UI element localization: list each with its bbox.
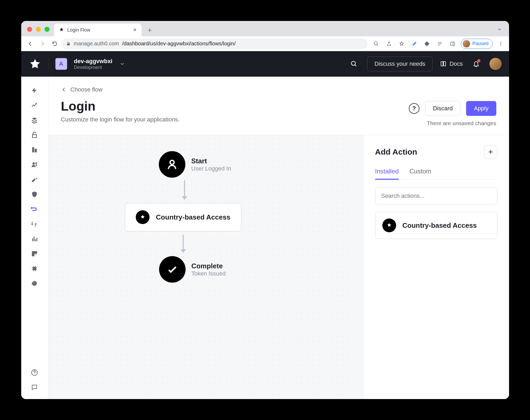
action-list-item[interactable]: Country-based Access <box>375 212 497 239</box>
panel-icon[interactable] <box>448 39 457 48</box>
reload-button[interactable] <box>49 38 60 49</box>
tab-strip: Login Flow ✕ + <box>21 21 509 36</box>
auth0-logo-icon[interactable] <box>29 58 41 70</box>
user-icon <box>159 151 185 178</box>
sidebar-item-activity[interactable] <box>28 99 41 112</box>
sidebar-item-feedback[interactable] <box>28 381 41 394</box>
flow-complete-node: Complete Token Issued <box>159 256 226 283</box>
sidebar-item-applications[interactable] <box>28 114 41 126</box>
reading-list-icon[interactable] <box>435 39 444 48</box>
check-icon <box>159 256 186 283</box>
forward-button[interactable] <box>37 38 48 49</box>
flow-action-label: Country-based Access <box>156 213 230 221</box>
apply-button[interactable]: Apply <box>466 101 496 116</box>
page-header-left: Choose flow Login Customize the login fl… <box>61 86 180 123</box>
back-button[interactable] <box>25 38 36 49</box>
page-header: Choose flow Login Customize the login fl… <box>48 77 509 135</box>
sidebar-item-auth-pipeline[interactable] <box>28 218 41 230</box>
tenant-initial: A <box>59 60 63 67</box>
sidebar-item-organizations[interactable] <box>28 143 41 156</box>
svg-point-10 <box>170 160 174 164</box>
chevron-down-icon[interactable] <box>495 25 504 34</box>
workspace: Start User Logged In Country-based Acces… <box>48 135 509 399</box>
shield-star-icon <box>136 210 150 224</box>
star-icon[interactable] <box>397 39 406 48</box>
sidebar-item-extensions[interactable] <box>28 262 41 275</box>
back-to-flows-link[interactable]: Choose flow <box>61 86 180 93</box>
minimize-window-button[interactable] <box>36 27 41 32</box>
tenant-badge: A <box>55 58 67 70</box>
toolbar-right: Paused <box>372 39 505 49</box>
auth0-favicon-icon <box>59 27 64 33</box>
notifications-button[interactable] <box>470 58 482 70</box>
arrow-left-icon <box>61 87 67 93</box>
svg-point-3 <box>500 43 501 44</box>
url-host: manage.auth0.com <box>74 41 119 47</box>
sidebar-item-user-management[interactable] <box>28 158 41 171</box>
sidebar-item-help[interactable] <box>28 366 41 379</box>
close-window-button[interactable] <box>27 27 32 32</box>
highlighter-icon[interactable] <box>410 39 419 48</box>
new-tab-button[interactable]: + <box>144 24 155 36</box>
panel-tabs: Installed Custom <box>375 168 497 180</box>
help-button[interactable]: ? <box>409 103 419 114</box>
sidebar-item-marketplace[interactable] <box>28 247 41 260</box>
divider <box>48 58 49 69</box>
sidebar-item-branding[interactable] <box>28 173 41 186</box>
chevron-down-icon[interactable] <box>119 61 125 67</box>
tab-title: Login Flow <box>67 27 90 33</box>
search-icon[interactable] <box>348 58 360 70</box>
svg-point-4 <box>500 45 501 46</box>
sidebar-item-getting-started[interactable] <box>28 84 41 97</box>
tenant-switcher[interactable]: dev-aggvwbxi Development <box>74 58 112 70</box>
docs-link[interactable]: Docs <box>440 60 463 67</box>
svg-point-6 <box>32 162 35 165</box>
address-bar[interactable]: manage.auth0.com/dashboard/us/dev-aggvwb… <box>62 38 368 49</box>
sidebar-item-settings[interactable] <box>28 277 41 290</box>
book-icon <box>440 60 447 67</box>
sidebar-item-security[interactable] <box>28 188 41 201</box>
tab-installed[interactable]: Installed <box>375 168 399 179</box>
profile-avatar <box>463 40 470 47</box>
complete-subtitle: Token Issued <box>191 270 226 277</box>
svg-point-0 <box>374 42 378 45</box>
discard-button[interactable]: Discard <box>425 101 461 116</box>
notification-dot <box>477 59 480 62</box>
discuss-needs-button[interactable]: Discuss your needs <box>367 56 432 71</box>
tenant-name: dev-aggvwbxi <box>74 58 112 65</box>
user-avatar[interactable] <box>489 58 502 70</box>
add-action-button[interactable]: + <box>484 145 497 159</box>
svg-rect-7 <box>33 267 36 270</box>
search-actions-input[interactable] <box>375 187 497 204</box>
add-action-panel: Add Action + Installed Custom Country-ba… <box>363 135 509 399</box>
unsaved-changes-message: There are unsaved changes <box>427 120 496 126</box>
tenant-env: Development <box>74 65 112 70</box>
zoom-icon[interactable] <box>372 39 381 48</box>
app-header: A dev-aggvwbxi Development Discuss your … <box>21 51 509 77</box>
browser-tab[interactable]: Login Flow ✕ <box>54 24 142 36</box>
flow-action-card[interactable]: Country-based Access <box>125 203 241 231</box>
extensions-icon[interactable] <box>423 39 432 48</box>
docs-label: Docs <box>449 60 463 67</box>
close-tab-icon[interactable]: ✕ <box>133 27 137 33</box>
tab-custom[interactable]: Custom <box>409 168 431 179</box>
back-label: Choose flow <box>71 86 103 93</box>
kebab-menu-icon[interactable] <box>496 39 505 48</box>
sidebar-item-monitoring[interactable] <box>28 233 41 245</box>
svg-point-2 <box>500 42 501 42</box>
flow-canvas[interactable]: Start User Logged In Country-based Acces… <box>48 135 363 399</box>
start-title: Start <box>191 157 231 165</box>
svg-rect-1 <box>451 42 455 45</box>
maximize-window-button[interactable] <box>45 27 50 32</box>
share-icon[interactable] <box>384 39 393 48</box>
url-path: /dashboard/us/dev-aggvwbxi/actions/flows… <box>122 41 236 47</box>
window-controls <box>27 27 50 32</box>
profile-status-pill[interactable]: Paused <box>461 39 492 49</box>
sidebar-item-authentication[interactable] <box>28 129 41 141</box>
page-subtitle: Customize the login flow for your applic… <box>61 116 180 123</box>
profile-status-label: Paused <box>472 41 488 46</box>
shield-star-icon <box>382 218 396 232</box>
sidebar-item-actions[interactable] <box>28 203 41 216</box>
flow-start-node: Start User Logged In <box>159 151 231 178</box>
panel-title: Add Action <box>375 147 417 156</box>
